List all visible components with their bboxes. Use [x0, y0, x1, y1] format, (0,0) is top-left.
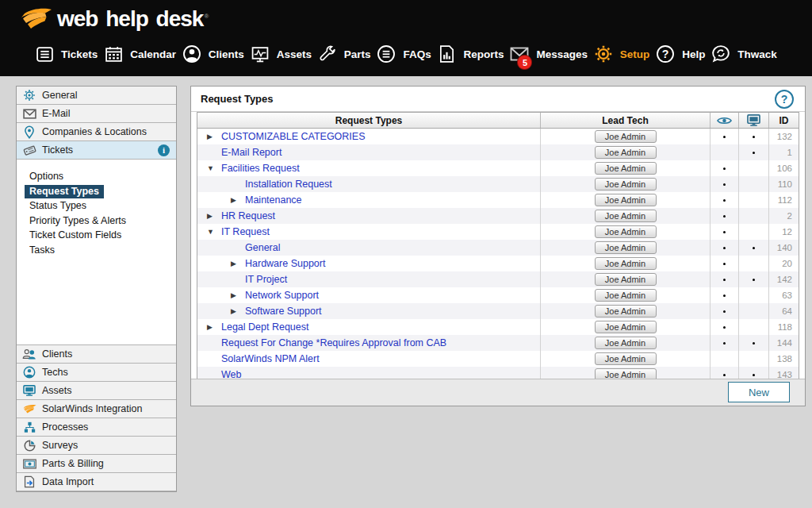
sidebar-item-companies-locations[interactable]: Companies & Locations: [17, 123, 176, 141]
request-types-table: Request Types Lead Tech ID ▶CUSTOMIZABLE…: [197, 112, 799, 383]
nav-item-assets[interactable]: Assets: [251, 44, 312, 64]
solarwinds-icon: [17, 404, 42, 414]
lead-tech-button[interactable]: Joe Admin: [595, 241, 657, 254]
request-type-link[interactable]: HR Request: [221, 210, 275, 221]
column-header-request-types[interactable]: Request Types: [197, 113, 541, 128]
expand-arrow-icon[interactable]: ▶: [231, 291, 245, 299]
new-button[interactable]: New: [728, 382, 790, 402]
column-header-visible[interactable]: [710, 113, 739, 128]
sidebar-item-parts-billing[interactable]: Parts & Billing: [17, 455, 176, 473]
lead-tech-button[interactable]: Joe Admin: [595, 210, 657, 222]
nav-item-calendar[interactable]: Calendar: [104, 44, 176, 64]
request-type-link[interactable]: Facilities Request: [221, 163, 300, 174]
request-type-link[interactable]: Maintenance: [245, 194, 302, 206]
submenu-label: Status Types: [29, 200, 86, 211]
request-type-link[interactable]: CUSTOMIZABLE CATEGORIES: [221, 131, 366, 142]
nav-item-faqs[interactable]: FAQs: [377, 44, 431, 64]
tech-person-icon: [17, 366, 42, 379]
sidebar-item-tickets[interactable]: Ticketsi: [17, 141, 176, 160]
nav-item-clients[interactable]: Clients: [182, 44, 244, 64]
web-flag-cell: [739, 129, 769, 144]
lead-tech-button[interactable]: Joe Admin: [595, 178, 657, 190]
sidebar-item-label: SolarWinds Integration: [42, 403, 142, 414]
pie-chart-icon: [17, 440, 42, 452]
info-icon[interactable]: i: [158, 144, 170, 156]
nav-item-parts[interactable]: Parts: [318, 44, 371, 64]
expand-arrow-icon[interactable]: ▶: [231, 196, 245, 204]
collapse-arrow-icon[interactable]: ▼: [207, 228, 221, 236]
submenu-item-status-types[interactable]: Status Types: [17, 198, 176, 214]
request-type-link[interactable]: Legal Dept Request: [221, 321, 309, 333]
help-icon[interactable]: ?: [775, 90, 794, 109]
expand-arrow-icon[interactable]: ▶: [207, 133, 221, 140]
sidebar-item-assets[interactable]: Assets: [17, 382, 176, 400]
sidebar-item-clients[interactable]: Clients: [17, 345, 176, 364]
sidebar-item-data-import[interactable]: Data Import: [17, 473, 176, 491]
visible-dot: [723, 374, 726, 376]
sidebar-item-e-mail[interactable]: E-Mail: [17, 105, 176, 123]
request-type-link[interactable]: IT Request: [221, 226, 270, 237]
submenu-item-request-types[interactable]: Request Types: [17, 184, 176, 199]
request-type-link[interactable]: General: [245, 242, 280, 253]
nav-item-help[interactable]: ?Help: [656, 44, 705, 64]
nav-item-thwack[interactable]: Thwack: [711, 44, 777, 64]
lead-tech-button[interactable]: Joe Admin: [595, 225, 657, 238]
sidebar-item-processes[interactable]: Processes: [17, 418, 176, 437]
lead-tech-button[interactable]: Joe Admin: [595, 289, 657, 302]
submenu-item-tasks[interactable]: Tasks: [17, 243, 176, 258]
table-row: ▶Legal Dept RequestJoe Admin118: [197, 319, 799, 335]
lead-tech-button[interactable]: Joe Admin: [595, 305, 657, 318]
lead-tech-button[interactable]: Joe Admin: [595, 194, 657, 206]
sidebar-item-surveys[interactable]: Surveys: [17, 437, 176, 455]
nav-item-reports[interactable]: Reports: [438, 44, 504, 64]
lead-tech-button[interactable]: Joe Admin: [595, 257, 657, 270]
table-row: ▶Hardware SupportJoe Admin20: [197, 256, 799, 271]
column-header-lead-tech[interactable]: Lead Tech: [541, 113, 710, 128]
request-type-link[interactable]: Request For Change *Requires Approval fr…: [221, 337, 446, 348]
sidebar-item-techs[interactable]: Techs: [17, 364, 176, 382]
request-type-link[interactable]: IT Project: [245, 274, 287, 285]
submenu-item-priority-types-alerts[interactable]: Priority Types & Alerts: [17, 214, 176, 229]
web-dot: [753, 342, 755, 344]
request-type-link[interactable]: SolarWinds NPM Alert: [221, 353, 320, 364]
id-cell: 132: [769, 129, 799, 144]
nav-item-setup[interactable]: Setup: [594, 44, 650, 64]
request-type-link[interactable]: Network Support: [245, 290, 319, 301]
lead-tech-button[interactable]: Joe Admin: [595, 337, 657, 349]
visible-flag-cell: [710, 256, 739, 271]
sidebar-item-solarwinds-integration[interactable]: SolarWinds Integration: [17, 400, 176, 418]
lead-tech-button[interactable]: Joe Admin: [595, 162, 657, 175]
submenu-item-options[interactable]: Options: [17, 169, 176, 184]
id-cell: 140: [769, 240, 799, 256]
request-type-link[interactable]: Software Support: [245, 306, 322, 317]
collapse-arrow-icon[interactable]: ▼: [207, 164, 221, 172]
lead-tech-button[interactable]: Joe Admin: [595, 146, 657, 159]
expand-arrow-icon[interactable]: ▶: [207, 323, 221, 331]
lead-tech-button[interactable]: Joe Admin: [595, 273, 657, 286]
request-type-link[interactable]: Installation Request: [245, 179, 332, 190]
request-type-cell: ▶Maintenance: [197, 192, 541, 208]
visible-flag-cell: [710, 271, 739, 287]
nav-label: Clients: [209, 48, 244, 60]
lead-tech-cell: Joe Admin: [541, 303, 710, 319]
sidebar-item-general[interactable]: General: [17, 87, 176, 105]
table-row: ▼IT RequestJoe Admin12: [197, 224, 799, 240]
request-type-link[interactable]: Hardware Support: [245, 258, 325, 269]
expand-arrow-icon[interactable]: ▶: [231, 260, 245, 267]
calendar-icon: [104, 44, 123, 64]
panel-footer: New: [191, 379, 805, 406]
web-dot: [753, 152, 755, 154]
lead-tech-button[interactable]: Joe Admin: [595, 321, 657, 333]
expand-arrow-icon[interactable]: ▶: [231, 307, 245, 315]
submenu-item-ticket-custom-fields[interactable]: Ticket Custom Fields: [17, 228, 176, 243]
request-type-link[interactable]: E-Mail Report: [221, 147, 282, 158]
lead-tech-button[interactable]: Joe Admin: [595, 130, 657, 143]
expand-arrow-icon[interactable]: ▶: [207, 212, 221, 220]
lead-tech-button[interactable]: Joe Admin: [595, 352, 657, 365]
nav-item-messages[interactable]: 5Messages: [510, 44, 588, 64]
data-import-icon: [17, 475, 42, 488]
nav-item-tickets[interactable]: Tickets: [35, 44, 98, 64]
table-row: Request For Change *Requires Approval fr…: [197, 335, 799, 351]
column-header-id[interactable]: ID: [769, 113, 799, 128]
column-header-web[interactable]: [739, 113, 769, 128]
